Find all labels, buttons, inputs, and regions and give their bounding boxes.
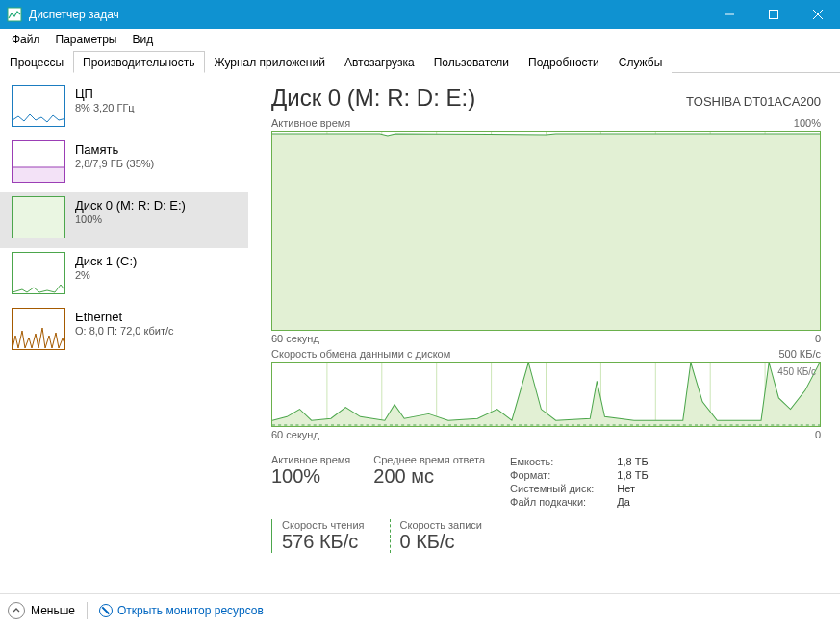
- graph2-max: 500 КБ/с: [778, 348, 821, 360]
- sb-cpu-sub: 8% 3,20 ГГц: [75, 102, 135, 113]
- sidebar-item-disk1[interactable]: Диск 1 (C:)2%: [0, 248, 248, 304]
- thumbnail-disk1: [12, 252, 65, 294]
- tab-users[interactable]: Пользователи: [424, 51, 519, 73]
- close-button[interactable]: [796, 0, 840, 29]
- footer-separator: [87, 602, 88, 619]
- thumbnail-disk0: [12, 196, 65, 238]
- thumbnail-memory: [12, 140, 65, 183]
- fewer-details-button[interactable]: [8, 602, 25, 619]
- app-icon: [7, 7, 22, 22]
- stat-active-label: Активное время: [271, 454, 350, 465]
- graph-active-time: [271, 131, 821, 331]
- sb-eth-title: Ethernet: [75, 310, 174, 324]
- sidebar-item-cpu[interactable]: ЦП8% 3,20 ГГц: [0, 81, 248, 137]
- content: ЦП8% 3,20 ГГц Память2,8/7,9 ГБ (35%) Дис…: [0, 73, 840, 606]
- graph-transfer-rate: 450 КБ/с: [271, 362, 821, 427]
- svg-rect-0: [8, 8, 21, 21]
- titlebar: Диспетчер задач: [0, 0, 840, 29]
- graph1-xright: 0: [815, 333, 821, 344]
- minimize-button[interactable]: [707, 0, 751, 29]
- tab-startup[interactable]: Автозагрузка: [335, 51, 424, 73]
- info-formatted-v: 1,8 ТБ: [617, 469, 648, 481]
- sidebar-item-ethernet[interactable]: EthernetО: 8,0 П: 72,0 кбит/с: [0, 304, 248, 360]
- detail-pane: Диск 0 (M: R: D: E:) TOSHIBA DT01ACA200 …: [248, 73, 840, 606]
- tab-services[interactable]: Службы: [609, 51, 672, 73]
- svg-rect-5: [13, 167, 65, 182]
- info-formatted-l: Формат:: [510, 469, 615, 481]
- sb-eth-sub: О: 8,0 П: 72,0 кбит/с: [75, 325, 174, 337]
- disk-info-table: Емкость:1,8 ТБ Формат:1,8 ТБ Системный д…: [508, 454, 650, 510]
- stat-write-val: 0 КБ/с: [400, 531, 482, 553]
- stat-write-label: Скорость записи: [400, 519, 482, 531]
- thumbnail-cpu: [12, 85, 65, 127]
- stat-active-val: 100%: [271, 465, 350, 488]
- sb-cpu-title: ЦП: [75, 87, 135, 101]
- sb-mem-title: Память: [75, 142, 154, 157]
- graph2-label: Скорость обмена данными с диском: [271, 348, 450, 360]
- sb-disk0-title: Диск 0 (M: R: D: E:): [75, 198, 186, 213]
- footer: Меньше Открыть монитор ресурсов: [0, 593, 840, 626]
- resmon-icon: [99, 604, 113, 617]
- sidebar: ЦП8% 3,20 ГГц Память2,8/7,9 ГБ (35%) Дис…: [0, 73, 248, 606]
- stat-resp-val: 200 мс: [373, 465, 485, 488]
- graph2-xright: 0: [815, 429, 821, 440]
- detail-title: Диск 0 (M: R: D: E:): [271, 85, 475, 112]
- tab-processes[interactable]: Процессы: [0, 51, 73, 73]
- window-title: Диспетчер задач: [29, 8, 707, 21]
- fewer-details-label[interactable]: Меньше: [31, 604, 75, 617]
- open-resmon-label: Открыть монитор ресурсов: [117, 604, 264, 617]
- sb-mem-sub: 2,8/7,9 ГБ (35%): [75, 158, 154, 169]
- tab-performance[interactable]: Производительность: [73, 51, 204, 73]
- svg-rect-2: [770, 11, 778, 19]
- info-sysdisk-l: Системный диск:: [510, 483, 615, 494]
- info-pagefile-v: Да: [617, 496, 648, 508]
- info-capacity-v: 1,8 ТБ: [617, 456, 648, 467]
- sidebar-item-memory[interactable]: Память2,8/7,9 ГБ (35%): [0, 137, 248, 192]
- info-pagefile-l: Файл подкачки:: [510, 496, 615, 508]
- menu-options[interactable]: Параметры: [48, 30, 125, 49]
- stat-resp-label: Среднее время ответа: [373, 454, 485, 465]
- menu-file[interactable]: Файл: [4, 30, 48, 49]
- sidebar-item-disk0[interactable]: Диск 0 (M: R: D: E:)100%: [0, 192, 248, 248]
- stats-row: Активное время 100% Среднее время ответа…: [271, 454, 821, 510]
- info-sysdisk-v: Нет: [617, 483, 648, 494]
- menubar: Файл Параметры Вид: [0, 29, 840, 50]
- graph2-xleft: 60 секунд: [271, 429, 319, 440]
- stat-read-val: 576 КБ/с: [282, 531, 365, 553]
- sb-disk1-title: Диск 1 (C:): [75, 254, 137, 268]
- sb-disk1-sub: 2%: [75, 269, 137, 281]
- disk-model: TOSHIBA DT01ACA200: [686, 94, 821, 109]
- graph1-label: Активное время: [271, 117, 350, 129]
- tab-apphistory[interactable]: Журнал приложений: [205, 51, 335, 73]
- graph1-max: 100%: [794, 117, 821, 129]
- maximize-button[interactable]: [751, 0, 796, 29]
- tab-strip: Процессы Производительность Журнал прило…: [0, 50, 840, 73]
- menu-view[interactable]: Вид: [124, 30, 161, 49]
- graph1-xleft: 60 секунд: [271, 333, 319, 344]
- sb-disk0-sub: 100%: [75, 213, 186, 225]
- tab-details[interactable]: Подробности: [519, 51, 609, 73]
- stat-read-label: Скорость чтения: [282, 519, 365, 531]
- graph2-inline-label: 450 КБ/с: [777, 366, 816, 377]
- info-capacity-l: Емкость:: [510, 456, 615, 467]
- open-resmon-link[interactable]: Открыть монитор ресурсов: [99, 604, 264, 617]
- thumbnail-ethernet: [12, 308, 65, 350]
